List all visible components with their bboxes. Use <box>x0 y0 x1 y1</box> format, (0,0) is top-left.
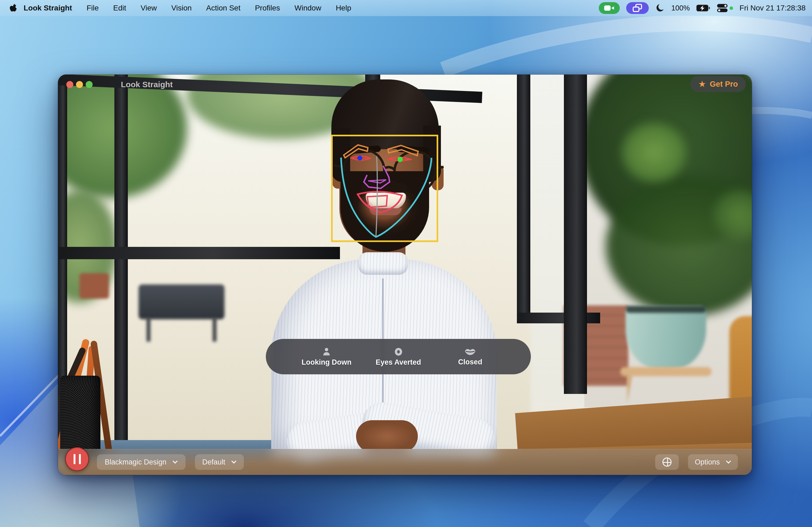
close-button[interactable] <box>66 81 73 88</box>
camera-feed: Looking Down Eyes Averted Closed <box>58 75 752 475</box>
detection-label: Closed <box>458 358 482 366</box>
menu-profiles[interactable]: Profiles <box>248 4 287 12</box>
screen-mirroring-icon <box>632 4 643 12</box>
chevron-down-icon <box>231 460 236 464</box>
right-pupil-dot <box>397 157 403 162</box>
desktop: Look Straight File Edit View Vision Acti… <box>0 0 812 527</box>
lips-icon <box>465 347 476 356</box>
plant-pot-rim <box>626 306 706 313</box>
chevron-down-icon <box>172 460 178 464</box>
battery-percent: 100% <box>671 4 690 12</box>
star-icon: ★ <box>698 80 706 88</box>
options-label: Options <box>695 458 720 466</box>
window-frame-vertical-right1 <box>517 75 530 316</box>
detection-eyes-averted: Eyes Averted <box>364 347 433 366</box>
menu-help[interactable]: Help <box>329 4 359 12</box>
menu-vision[interactable]: Vision <box>164 4 199 12</box>
detection-label: Looking Down <box>302 358 351 366</box>
detection-mouth-closed: Closed <box>435 347 505 366</box>
globe-crosshair-icon <box>662 457 672 467</box>
status-green-dot-icon <box>729 6 733 10</box>
battery-charging-icon <box>696 4 710 12</box>
screen-mirroring-pill[interactable] <box>626 2 649 14</box>
wooden-chair <box>729 316 752 402</box>
pause-icon <box>74 454 75 464</box>
focus-moon-icon[interactable] <box>655 3 665 13</box>
look-straight-window: Looking Down Eyes Averted Closed <box>58 75 752 475</box>
camera-source-dropdown[interactable]: Blackmagic Design <box>97 454 186 470</box>
apple-logo-icon <box>9 3 17 13</box>
menu-file[interactable]: File <box>79 4 106 12</box>
man-collar <box>358 252 408 275</box>
eye-icon <box>393 347 404 357</box>
menu-app-name[interactable]: Look Straight <box>17 4 79 12</box>
menu-window[interactable]: Window <box>287 4 329 12</box>
person-icon <box>322 347 331 357</box>
brick-planter <box>79 273 109 299</box>
menu-clock[interactable]: Fri Nov 21 17:28:38 <box>740 4 806 12</box>
face-bounding-box <box>332 136 437 241</box>
pencil-cup <box>60 376 100 459</box>
action-set-dropdown[interactable]: Default <box>195 454 244 470</box>
plant-pot <box>626 306 706 369</box>
outer-lips-overlay <box>358 192 402 212</box>
menu-action-set[interactable]: Action Set <box>199 4 248 12</box>
left-eyebrow-overlay <box>344 145 368 158</box>
window-frame-rail-left <box>58 247 340 259</box>
camera-active-pill[interactable] <box>599 2 620 14</box>
pause-button[interactable] <box>65 447 89 471</box>
detection-status-pill: Looking Down Eyes Averted Closed <box>266 339 531 374</box>
get-pro-button[interactable]: ★ Get Pro <box>690 76 746 92</box>
man-hands <box>356 420 418 452</box>
calibrate-button[interactable] <box>655 454 679 470</box>
stool-seat <box>620 367 712 376</box>
outdoor-bench-legs <box>147 317 216 342</box>
outdoor-bench <box>139 284 224 319</box>
video-camera-icon <box>604 4 614 12</box>
window-title: Look Straight <box>121 80 173 89</box>
menu-bar: Look Straight File Edit View Vision Acti… <box>0 0 812 16</box>
chevron-down-icon <box>726 460 731 464</box>
options-dropdown[interactable]: Options <box>688 454 738 470</box>
apple-menu[interactable] <box>9 3 17 13</box>
menu-view[interactable]: View <box>133 4 164 12</box>
face-landmark-overlay <box>331 135 438 242</box>
detection-label: Eyes Averted <box>376 358 421 366</box>
plant-leaf-highlight <box>622 123 686 182</box>
window-frame-vertical-right2 <box>564 75 587 394</box>
action-set-value: Default <box>202 458 225 466</box>
bottom-toolbar: Blackmagic Design Default <box>58 449 752 475</box>
jawline-overlay <box>341 157 432 237</box>
control-toggles-status[interactable] <box>717 3 733 13</box>
camera-source-value: Blackmagic Design <box>105 458 166 466</box>
minimize-button[interactable] <box>76 81 83 88</box>
toggles-icon <box>717 3 728 13</box>
detection-looking-down: Looking Down <box>292 347 361 366</box>
window-frame-vertical-left <box>114 75 128 445</box>
zoom-button[interactable] <box>86 81 93 88</box>
left-pupil-dot <box>358 156 362 161</box>
menu-edit[interactable]: Edit <box>106 4 133 12</box>
window-frame-rail-right <box>517 313 600 323</box>
right-eyebrow-overlay <box>388 146 418 156</box>
get-pro-label: Get Pro <box>710 80 738 89</box>
